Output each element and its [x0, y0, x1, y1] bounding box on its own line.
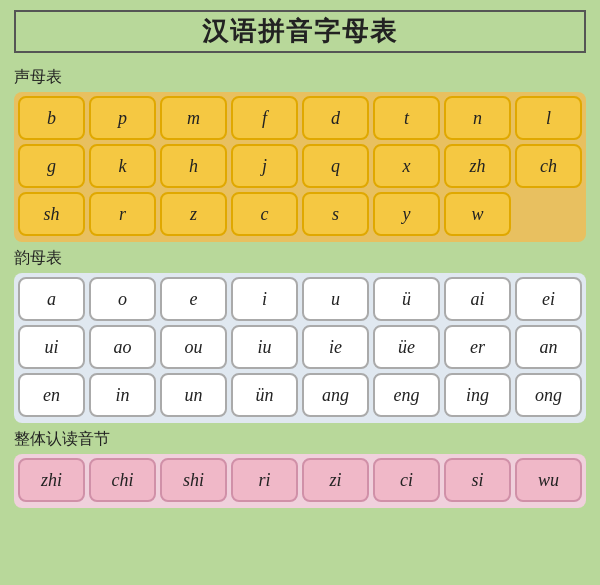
zhengti-grid: zhichishirizicisiwu	[18, 458, 582, 502]
cell-0-1: o	[89, 277, 156, 321]
cell-2-1: in	[89, 373, 156, 417]
cell-0-4: u	[302, 277, 369, 321]
cell-1-6: er	[444, 325, 511, 369]
cell-0-3: f	[231, 96, 298, 140]
row-1: gkhjqxzhch	[18, 144, 582, 188]
cell-1-2: ou	[160, 325, 227, 369]
yunmu-label: 韵母表	[14, 248, 586, 269]
cell-0-5: ci	[373, 458, 440, 502]
cell-1-3: j	[231, 144, 298, 188]
cell-0-0: b	[18, 96, 85, 140]
row-0: aoeiuüaiei	[18, 277, 582, 321]
cell-0-1: p	[89, 96, 156, 140]
cell-0-0: a	[18, 277, 85, 321]
cell-0-5: ü	[373, 277, 440, 321]
cell-0-2: shi	[160, 458, 227, 502]
cell-0-7: wu	[515, 458, 582, 502]
cell-0-7: l	[515, 96, 582, 140]
cell-0-2: e	[160, 277, 227, 321]
shengmu-section: bpmfdtnlgkhjqxzhchshrzcsyw	[14, 92, 586, 242]
cell-2-5: y	[373, 192, 440, 236]
row-2: shrzcsyw	[18, 192, 582, 236]
cell-0-5: t	[373, 96, 440, 140]
cell-2-2: un	[160, 373, 227, 417]
row-0: zhichishirizicisiwu	[18, 458, 582, 502]
cell-0-3: i	[231, 277, 298, 321]
cell-1-7: an	[515, 325, 582, 369]
cell-1-1: ao	[89, 325, 156, 369]
yunmu-section: aoeiuüaieiuiaoouiuieüeeraneninunünangeng…	[14, 273, 586, 423]
cell-0-6: n	[444, 96, 511, 140]
cell-1-1: k	[89, 144, 156, 188]
cell-0-3: ri	[231, 458, 298, 502]
shengmu-grid: bpmfdtnlgkhjqxzhchshrzcsyw	[18, 96, 582, 236]
cell-2-6: w	[444, 192, 511, 236]
cell-2-4: ang	[302, 373, 369, 417]
cell-2-3: ün	[231, 373, 298, 417]
cell-1-4: ie	[302, 325, 369, 369]
cell-0-2: m	[160, 96, 227, 140]
cell-2-1: r	[89, 192, 156, 236]
page: 汉语拼音字母表 声母表 bpmfdtnlgkhjqxzhchshrzcsyw 韵…	[0, 0, 600, 585]
cell-1-2: h	[160, 144, 227, 188]
row-0: bpmfdtnl	[18, 96, 582, 140]
cell-2-4: s	[302, 192, 369, 236]
shengmu-label: 声母表	[14, 67, 586, 88]
cell-1-5: üe	[373, 325, 440, 369]
cell-0-6: si	[444, 458, 511, 502]
row-1: uiaoouiuieüeeran	[18, 325, 582, 369]
row-2: eninunünangengingong	[18, 373, 582, 417]
cell-1-0: g	[18, 144, 85, 188]
cell-1-3: iu	[231, 325, 298, 369]
cell-2-3: c	[231, 192, 298, 236]
cell-2-5: eng	[373, 373, 440, 417]
cell-0-1: chi	[89, 458, 156, 502]
cell-1-6: zh	[444, 144, 511, 188]
cell-2-0: sh	[18, 192, 85, 236]
zhengti-label: 整体认读音节	[14, 429, 586, 450]
cell-0-4: d	[302, 96, 369, 140]
cell-0-7: ei	[515, 277, 582, 321]
cell-2-6: ing	[444, 373, 511, 417]
cell-1-4: q	[302, 144, 369, 188]
cell-1-5: x	[373, 144, 440, 188]
cell-0-6: ai	[444, 277, 511, 321]
cell-0-0: zhi	[18, 458, 85, 502]
cell-2-2: z	[160, 192, 227, 236]
zhengti-section: zhichishirizicisiwu	[14, 454, 586, 508]
yunmu-grid: aoeiuüaieiuiaoouiuieüeeraneninunünangeng…	[18, 277, 582, 417]
cell-2-0: en	[18, 373, 85, 417]
cell-1-0: ui	[18, 325, 85, 369]
cell-0-4: zi	[302, 458, 369, 502]
page-title: 汉语拼音字母表	[14, 10, 586, 53]
cell-1-7: ch	[515, 144, 582, 188]
cell-2-7: ong	[515, 373, 582, 417]
